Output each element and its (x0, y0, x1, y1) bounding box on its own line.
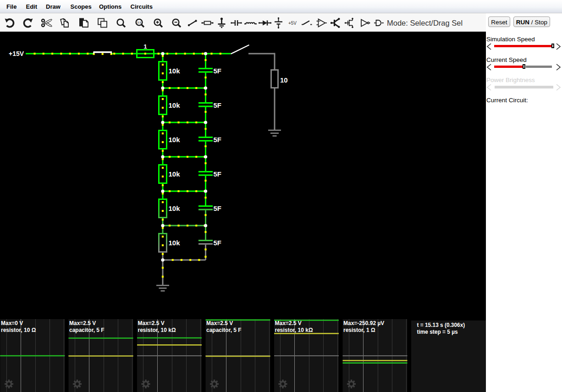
svg-text:5F: 5F (214, 239, 222, 247)
svg-text:Max=2.5 V: Max=2.5 V (206, 320, 233, 326)
svg-text:+5V: +5V (288, 21, 297, 26)
svg-text:Max=2.5 V: Max=2.5 V (69, 320, 96, 326)
svg-text:Max=-250.92 µV: Max=-250.92 µV (343, 320, 384, 326)
svg-text:resistor, 1 Ω: resistor, 1 Ω (343, 327, 375, 333)
svg-text:1: 1 (143, 43, 147, 50)
svg-text:5F: 5F (214, 136, 222, 144)
svg-text:capacitor, 5 F: capacitor, 5 F (69, 327, 105, 333)
svg-text:capacitor, 5 F: capacitor, 5 F (206, 327, 242, 333)
svg-text:resistor, 10 kΩ: resistor, 10 kΩ (275, 327, 313, 333)
svg-text:+15V: +15V (9, 50, 24, 57)
svg-text:5F: 5F (214, 67, 222, 75)
svg-text:5F: 5F (214, 170, 222, 178)
svg-text:Max=2.5 V: Max=2.5 V (275, 320, 302, 326)
svg-text:time step = 5 µs: time step = 5 µs (417, 329, 458, 335)
svg-text:10k: 10k (169, 101, 181, 109)
svg-text:Max=2.5 V: Max=2.5 V (138, 320, 165, 326)
svg-text:10k: 10k (169, 239, 181, 247)
svg-text:10k: 10k (169, 170, 181, 178)
svg-text:10k: 10k (169, 136, 181, 144)
svg-text:10: 10 (280, 76, 288, 84)
svg-text:t = 15.13 s (0.306x): t = 15.13 s (0.306x) (417, 322, 465, 328)
svg-text:10k: 10k (169, 204, 181, 212)
svg-text:5F: 5F (214, 204, 222, 212)
svg-text:resistor, 10 Ω: resistor, 10 Ω (1, 327, 36, 333)
svg-text:5F: 5F (214, 101, 222, 109)
svg-text:resistor, 10 kΩ: resistor, 10 kΩ (138, 327, 176, 333)
svg-text:1:1: 1:1 (137, 21, 141, 24)
svg-text:Mode: Select/Drag Sel: Mode: Select/Drag Sel (387, 19, 463, 27)
svg-text:Max=0 V: Max=0 V (1, 320, 23, 326)
svg-text:10k: 10k (169, 67, 181, 75)
